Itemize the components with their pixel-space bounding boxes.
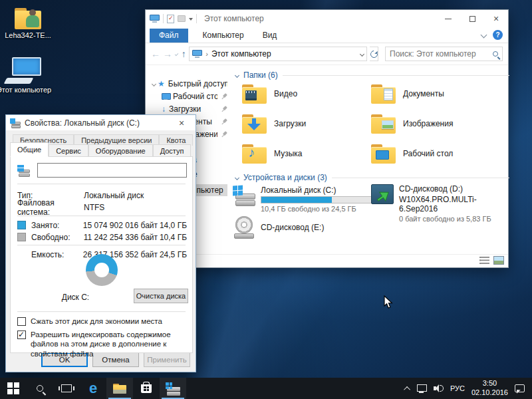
dialog-titlebar[interactable]: Свойства: Локальный диск (C:) ×: [6, 115, 196, 130]
taskbar-edge-button[interactable]: e: [80, 378, 106, 399]
refresh-button[interactable]: [370, 47, 378, 61]
pin-icon: [219, 117, 229, 126]
divider: [17, 215, 186, 216]
tab-row-front: Общие Сервис Оборудование Доступ: [10, 144, 191, 157]
tab-general[interactable]: Общие: [10, 142, 49, 157]
system-menu-icon[interactable]: [150, 15, 160, 23]
address-dropdown-icon[interactable]: [360, 51, 364, 56]
separator: [196, 14, 197, 23]
divider: [332, 178, 509, 178]
system-tray: РУС 3:50 02.10.2016: [402, 378, 532, 399]
dialog-title: Свойства: Локальный диск (C:): [25, 118, 168, 128]
cd-drive-mounted-icon: [371, 184, 394, 204]
drive-tile-e[interactable]: CD-дисковод (E:): [233, 216, 324, 239]
disk-usage-bar: [261, 196, 386, 203]
folder-tile-downloads[interactable]: Загрузки: [242, 112, 306, 136]
cd-drive-icon: [233, 216, 255, 239]
new-folder-icon[interactable]: [178, 15, 186, 22]
folder-documents-icon: [371, 84, 396, 104]
drive-tile-d[interactable]: CD-дисковод (D:) W10X64.PRO.MULTi-6.Sep2…: [371, 184, 507, 223]
folder-pictures-icon: [371, 114, 396, 134]
tab-sharing[interactable]: Доступ: [153, 144, 192, 157]
section-header-devices[interactable]: Устройства и диски (3): [235, 173, 509, 182]
task-view-button[interactable]: [53, 378, 80, 399]
time: 3:50: [471, 379, 508, 388]
disk-app-icon: [166, 382, 180, 394]
taskbar-disk-app-button[interactable]: [160, 378, 186, 399]
volume-tray-icon[interactable]: [430, 378, 447, 399]
desktop-icon-this-pc[interactable]: Этот компьютер: [0, 57, 52, 94]
file-explorer-icon: [113, 384, 126, 394]
folder-tile-documents[interactable]: Документы: [371, 82, 444, 106]
large-icons-view-icon[interactable]: [493, 256, 504, 265]
separator: [163, 14, 164, 23]
disk-cleanup-button[interactable]: Очистка диска: [134, 289, 188, 303]
network-icon: [417, 384, 427, 392]
forward-button[interactable]: →: [163, 49, 172, 59]
divider: [17, 245, 186, 245]
chevron-down-icon[interactable]: [152, 81, 156, 86]
donut-label: Диск C:: [11, 293, 140, 302]
folder-tile-desktop[interactable]: Рабочий стол: [371, 142, 453, 166]
language-indicator[interactable]: РУС: [447, 378, 468, 399]
volume-label-input[interactable]: [37, 163, 187, 178]
help-icon[interactable]: ?: [493, 30, 503, 40]
star-icon: ★: [158, 80, 165, 88]
sidebar-item-desktop[interactable]: Рабочий стол: [148, 90, 227, 102]
close-icon[interactable]: ×: [172, 116, 192, 130]
windows-logo-icon: [7, 382, 19, 394]
section-header-folders[interactable]: Папки (6): [235, 70, 509, 80]
close-button[interactable]: ×: [484, 10, 508, 27]
tab-view[interactable]: Вид: [253, 29, 287, 43]
details-view-icon[interactable]: [479, 256, 489, 265]
explorer-titlebar[interactable]: Этот компьютер ×: [146, 10, 508, 27]
clock[interactable]: 3:50 02.10.2016: [468, 378, 511, 399]
folder-tile-pictures[interactable]: Изображения: [371, 112, 453, 136]
network-tray-icon[interactable]: [414, 378, 430, 399]
recent-locations-icon[interactable]: [175, 52, 179, 56]
edge-icon: e: [89, 381, 97, 396]
breadcrumb-separator: ›: [205, 50, 208, 58]
search-input[interactable]: [390, 49, 493, 59]
task-view-icon: [61, 384, 72, 392]
properties-icon[interactable]: [167, 15, 174, 23]
taskbar-store-button[interactable]: [133, 378, 160, 399]
taskbar-search-button[interactable]: [27, 378, 53, 399]
breadcrumb-location[interactable]: Этот компьютер: [211, 49, 357, 59]
sidebar-item-downloads[interactable]: ↓ Загрузки: [148, 103, 227, 115]
breadcrumb[interactable]: › Этот компьютер: [189, 47, 367, 61]
customize-toolbar-dropdown-icon[interactable]: [189, 18, 193, 21]
action-center-button[interactable]: [511, 378, 528, 399]
drive-tile-c[interactable]: Локальный диск (C:) 10,4 ГБ свободно из …: [233, 186, 386, 213]
search-icon: [493, 51, 498, 57]
tab-file[interactable]: Файл: [150, 29, 188, 43]
maximize-button[interactable]: [460, 10, 484, 27]
desktop-icon-user-folder[interactable]: Leha342-TE...: [0, 8, 56, 40]
up-button[interactable]: ↑: [181, 49, 186, 59]
expand-ribbon-icon[interactable]: [481, 32, 487, 39]
start-button[interactable]: [0, 378, 27, 399]
pin-icon: [219, 130, 229, 139]
desktop-icon-label: Этот компьютер: [0, 86, 51, 94]
compress-drive-checkbox[interactable]: [17, 317, 26, 326]
notification-bubble-icon: [515, 384, 525, 392]
properties-dialog: Свойства: Локальный диск (C:) × Безопасн…: [5, 114, 196, 372]
taskbar-file-explorer-button[interactable]: [106, 378, 133, 399]
folder-music-icon: ♪: [242, 144, 267, 164]
tray-expand-button[interactable]: [402, 378, 414, 399]
folder-tile-music[interactable]: ♪ Музыка: [242, 142, 302, 166]
sidebar-item-quick-access[interactable]: ★ Быстрый доступ: [148, 78, 227, 90]
minimize-button[interactable]: [436, 10, 460, 27]
search-box[interactable]: [385, 47, 503, 61]
back-button[interactable]: ←: [151, 49, 160, 59]
tab-computer[interactable]: Компьютер: [194, 29, 253, 43]
drive-icon: [17, 165, 31, 176]
collapse-section-icon[interactable]: [235, 175, 239, 180]
date: 02.10.2016: [471, 388, 508, 398]
tab-hardware[interactable]: Оборудование: [88, 144, 153, 157]
folder-tile-videos[interactable]: Видео: [242, 82, 297, 106]
free-space-swatch: [17, 233, 26, 241]
allow-indexing-checkbox[interactable]: [17, 331, 26, 339]
collapse-section-icon[interactable]: [235, 72, 239, 77]
tab-tools[interactable]: Сервис: [49, 144, 88, 157]
